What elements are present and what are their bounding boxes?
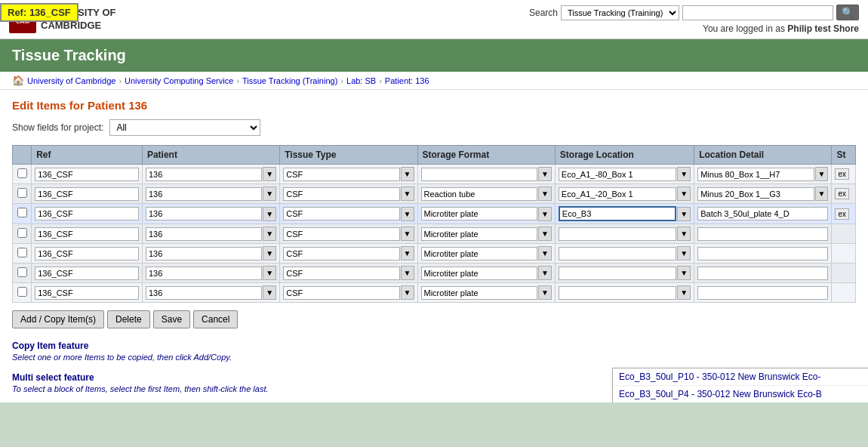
- row5-detail-input[interactable]: [697, 247, 828, 260]
- row1-detail-input[interactable]: [697, 168, 814, 181]
- row4-tissue-input[interactable]: [283, 227, 399, 241]
- row5-ref-input[interactable]: [35, 247, 139, 260]
- row1-patient-input[interactable]: [146, 168, 262, 181]
- row6-ref-input[interactable]: [35, 267, 139, 280]
- row2-location-btn[interactable]: ▼: [677, 187, 691, 201]
- row1-ref-input[interactable]: [35, 168, 139, 181]
- row4-storage-btn[interactable]: ▼: [538, 227, 552, 241]
- row7-detail-input[interactable]: [697, 286, 828, 300]
- row2-storage-input[interactable]: [421, 187, 537, 201]
- row2-detail-btn[interactable]: ▼: [815, 187, 829, 201]
- row3-ex-button[interactable]: ex: [835, 208, 849, 220]
- row6-checkbox[interactable]: [17, 267, 27, 277]
- row1-storage-btn[interactable]: ▼: [538, 167, 552, 181]
- row6-tissue-input[interactable]: [283, 267, 399, 280]
- row2-detail-input[interactable]: [697, 187, 814, 201]
- row1-location-btn[interactable]: ▼: [677, 167, 691, 181]
- row1-patient-btn[interactable]: ▼: [263, 167, 276, 181]
- breadcrumb-link-tracking[interactable]: Tissue Tracking (Training): [242, 76, 337, 85]
- breadcrumb-link-computing[interactable]: University Computing Service: [125, 76, 233, 85]
- row2-ex-button[interactable]: ex: [835, 188, 849, 199]
- row3-checkbox[interactable]: [17, 208, 27, 217]
- row4-checkbox[interactable]: [17, 228, 27, 238]
- row6-detail-input[interactable]: [697, 267, 828, 280]
- row5-checkbox[interactable]: [17, 248, 27, 257]
- row6-location-btn[interactable]: ▼: [677, 266, 691, 280]
- row5-patient-input[interactable]: [146, 247, 262, 260]
- search-button[interactable]: 🔍: [836, 5, 859, 20]
- row7-patient-btn[interactable]: ▼: [263, 285, 276, 300]
- breadcrumb-link-patient[interactable]: Patient: 136: [385, 76, 429, 85]
- row6-location-input[interactable]: [559, 267, 676, 280]
- row4-storage-input[interactable]: [421, 227, 537, 241]
- search-select[interactable]: Tissue Tracking (Training): [561, 5, 679, 20]
- ac-item-1[interactable]: Eco_B3_50ul_P10 - 350-012 New Brunswick …: [613, 368, 868, 386]
- ac-item-2[interactable]: Eco_B3_50ul_P4 - 350-012 New Brunswick E…: [613, 386, 868, 402]
- row6-storage-btn[interactable]: ▼: [538, 266, 552, 280]
- row6-tissue-btn[interactable]: ▼: [401, 266, 414, 280]
- row3-storage-input[interactable]: [421, 207, 537, 220]
- row3-location-btn[interactable]: ▼: [677, 207, 691, 221]
- row7-storage-input[interactable]: [421, 286, 537, 300]
- row7-storage-btn[interactable]: ▼: [538, 285, 552, 300]
- row2-checkbox[interactable]: [17, 188, 27, 198]
- row3-tissue-input[interactable]: [283, 207, 399, 220]
- row3-location-input[interactable]: [559, 206, 676, 221]
- table-row: ▼ ▼ ▼: [13, 283, 856, 303]
- row3-detail-input[interactable]: [697, 207, 828, 220]
- row2-storage-btn[interactable]: ▼: [538, 187, 552, 201]
- row2-ref-input[interactable]: [35, 187, 139, 201]
- row6-tissue-cell: ▼: [280, 264, 417, 283]
- row6-storage-input[interactable]: [421, 267, 537, 280]
- row5-location-input[interactable]: [559, 247, 676, 260]
- row7-tissue-input[interactable]: [283, 286, 399, 300]
- row4-location-btn[interactable]: ▼: [677, 227, 691, 241]
- row5-storage-input[interactable]: [421, 247, 537, 260]
- row6-location-cell: ▼: [555, 264, 694, 283]
- row3-patient-btn[interactable]: ▼: [263, 207, 276, 221]
- row4-patient-input[interactable]: [146, 227, 262, 241]
- row4-tissue-btn[interactable]: ▼: [401, 227, 414, 241]
- row2-tissue-input[interactable]: [283, 187, 399, 201]
- row1-detail-btn[interactable]: ▼: [815, 167, 829, 181]
- project-select[interactable]: All: [109, 119, 260, 136]
- row3-tissue-btn[interactable]: ▼: [401, 207, 414, 221]
- row2-patient-input[interactable]: [146, 187, 262, 201]
- row2-tissue-btn[interactable]: ▼: [401, 187, 414, 201]
- row5-patient-btn[interactable]: ▼: [263, 246, 276, 260]
- row5-tissue-input[interactable]: [283, 247, 399, 260]
- row2-location-input[interactable]: [559, 187, 676, 201]
- row6-patient-btn[interactable]: ▼: [263, 266, 276, 280]
- save-button[interactable]: Save: [153, 310, 190, 328]
- row7-checkbox[interactable]: [17, 287, 27, 297]
- row7-location-btn[interactable]: ▼: [677, 285, 691, 300]
- row1-checkbox[interactable]: [17, 168, 27, 178]
- breadcrumb-link-university[interactable]: University of Cambridge: [27, 76, 115, 85]
- row1-storage-input[interactable]: [421, 168, 537, 181]
- row4-ref-input[interactable]: [35, 227, 139, 241]
- row2-patient-btn[interactable]: ▼: [263, 187, 276, 201]
- add-copy-button[interactable]: Add / Copy Item(s): [12, 310, 104, 328]
- row7-tissue-btn[interactable]: ▼: [401, 285, 414, 300]
- row5-storage-btn[interactable]: ▼: [538, 246, 552, 260]
- row5-tissue-btn[interactable]: ▼: [401, 246, 414, 260]
- cancel-button[interactable]: Cancel: [193, 310, 238, 328]
- row4-detail-input[interactable]: [697, 227, 828, 241]
- search-input[interactable]: [682, 5, 833, 20]
- row4-patient-btn[interactable]: ▼: [263, 227, 276, 241]
- row3-ref-input[interactable]: [35, 207, 139, 220]
- row4-location-input[interactable]: [559, 227, 676, 241]
- row1-tissue-input[interactable]: [283, 168, 399, 181]
- breadcrumb-link-lab[interactable]: Lab: SB: [346, 76, 376, 85]
- row7-ref-input[interactable]: [35, 286, 139, 300]
- row3-patient-input[interactable]: [146, 207, 262, 220]
- row6-patient-input[interactable]: [146, 267, 262, 280]
- row1-location-input[interactable]: [559, 168, 676, 181]
- row5-location-btn[interactable]: ▼: [677, 246, 691, 260]
- row7-patient-input[interactable]: [146, 286, 262, 300]
- row1-ex-button[interactable]: ex: [835, 168, 849, 180]
- row1-tissue-btn[interactable]: ▼: [401, 167, 414, 181]
- row3-storage-btn[interactable]: ▼: [538, 207, 552, 221]
- delete-button[interactable]: Delete: [107, 310, 150, 328]
- row7-location-input[interactable]: [559, 286, 676, 300]
